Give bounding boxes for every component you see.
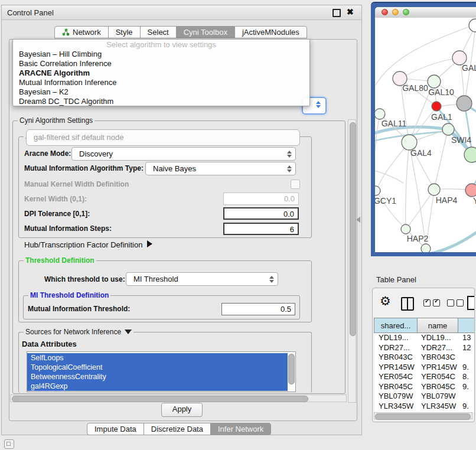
mi-algorithm-type-combobox[interactable]: Naive Bayes (145, 162, 296, 175)
select-all-columns-icon[interactable]: ✓✓ (423, 299, 440, 306)
table-row[interactable]: YBR043CYBR043C (374, 353, 474, 363)
node-label: GAL (462, 63, 476, 73)
table-cell: YER054C (418, 372, 459, 382)
table-row[interactable]: YDR27...YDR27...12 (374, 343, 474, 353)
network-node[interactable] (375, 186, 380, 195)
table-cell: YBL079W (418, 392, 459, 402)
combo-stepper-icon (286, 151, 292, 158)
table-row[interactable]: YLR345WYLR345W9. (374, 402, 474, 412)
table-cell: YDR27... (374, 343, 418, 353)
table-cell (459, 392, 462, 402)
tab-discretize-data[interactable]: Discretize Data (144, 423, 211, 435)
network-selector-combobox[interactable]: gal-filtered sif default node (26, 129, 300, 146)
minimize-traffic-light-icon[interactable] (392, 9, 399, 15)
manual-kernel-width-label: Manual Kernel Width Definition (24, 180, 129, 188)
table-row[interactable]: YER054CYER054C8. (374, 372, 474, 382)
network-edge[interactable] (434, 130, 448, 189)
algorithm-option[interactable]: ARACNE Algorithm (13, 69, 309, 78)
network-edge[interactable] (474, 161, 476, 185)
dpi-tolerance-field[interactable]: 0.0 (223, 207, 299, 220)
list-scrollbar[interactable] (288, 354, 295, 384)
algorithm-popup-list: Bayesian – Hill ClimbingBasic Correlatio… (13, 50, 309, 106)
aracne-mode-combobox[interactable]: Discovery (71, 147, 296, 161)
network-node[interactable] (401, 224, 410, 234)
network-node[interactable] (432, 102, 441, 111)
close-traffic-light-icon[interactable] (382, 9, 388, 15)
algorithm-option[interactable]: Bayesian – K2 (13, 87, 309, 97)
manual-kernel-width-checkbox[interactable] (291, 180, 300, 189)
algorithm-option[interactable]: Mutual Information Inference (13, 78, 309, 87)
splitter-handle-icon[interactable] (356, 217, 360, 223)
mi-steps-field[interactable]: 6 (223, 223, 299, 235)
control-panel-tabs: NetworkStyleSelectCyni ToolboxjActiveMNo… (55, 26, 307, 38)
table-row[interactable]: YPR145WYPR145W9. (374, 363, 474, 373)
table-cell: YER054C (374, 372, 418, 382)
network-node[interactable] (428, 75, 441, 88)
deselect-all-columns-icon[interactable] (447, 299, 464, 306)
which-threshold-combobox[interactable]: MI Threshold (126, 272, 278, 286)
threshold-definition-title: Threshold Definition (24, 256, 96, 265)
data-attribute-item[interactable]: TopologicalCoefficient (27, 363, 288, 372)
close-icon[interactable]: ✖ (347, 7, 354, 17)
zoom-traffic-light-icon[interactable] (403, 9, 409, 15)
tab-label: Select (148, 28, 169, 37)
network-window-titlebar[interactable] (375, 7, 476, 18)
data-attribute-item[interactable]: SelfLoops (27, 353, 288, 363)
tab-jactivemnodules[interactable]: jActiveMNodules (234, 26, 307, 38)
table-horizontal-scrollbar[interactable] (374, 412, 472, 419)
table-row[interactable]: YBR045CYBR045C9. (374, 382, 474, 392)
network-node[interactable] (464, 147, 476, 162)
float-window-icon[interactable] (332, 9, 341, 17)
table-cell: 8. (459, 372, 469, 382)
column-header[interactable]: name (417, 318, 458, 333)
algorithm-option[interactable]: Basic Correlation Inference (13, 59, 309, 69)
tab-impute-data[interactable]: Impute Data (87, 423, 144, 435)
network-node[interactable] (442, 123, 454, 135)
network-node[interactable] (465, 184, 476, 197)
table-row[interactable]: YDL19...YDL19...13 (374, 333, 474, 343)
network-edge[interactable] (400, 58, 459, 79)
apply-button[interactable]: Apply (161, 403, 203, 417)
algorithm-option[interactable]: Dream8 DC_TDC Algorithm (13, 97, 309, 106)
tab-cyni-toolbox[interactable]: Cyni Toolbox (176, 26, 235, 38)
mi-threshold-field[interactable]: 0.5 (221, 303, 295, 315)
tab-network[interactable]: Network (54, 26, 109, 38)
panel-dock-icon[interactable] (4, 439, 14, 449)
gear-icon[interactable]: ⚙ (380, 294, 391, 308)
network-node[interactable] (375, 109, 385, 119)
table-cell: 9. (459, 402, 469, 412)
which-threshold-label: Which threshold to use: (44, 275, 125, 283)
settings-vertical-scrollbar[interactable] (348, 119, 356, 403)
column-header[interactable] (458, 318, 475, 333)
tab-label: Style (116, 28, 133, 37)
combo-stepper-icon (286, 165, 292, 172)
network-node[interactable] (421, 244, 431, 252)
split-columns-icon[interactable] (401, 297, 414, 311)
network-edge[interactable] (375, 170, 403, 183)
settings-horizontal-scrollbar[interactable] (10, 394, 347, 402)
column-header[interactable]: shared... (374, 318, 418, 333)
network-node[interactable] (457, 96, 472, 111)
file-icon[interactable] (467, 296, 475, 310)
network-edge[interactable] (376, 143, 409, 190)
network-edge[interactable] (406, 143, 409, 229)
tab-style[interactable]: Style (108, 26, 141, 38)
tab-select[interactable]: Select (140, 26, 177, 38)
table-cell (459, 353, 462, 363)
node-label: GAL4 (410, 148, 432, 158)
table-cell: YBR043C (418, 353, 459, 363)
data-attribute-item[interactable]: gal4RGexp (27, 381, 288, 391)
data-attribute-item[interactable]: BetweennessCentrality (27, 372, 288, 381)
table-row[interactable]: YBL079WYBL079W (374, 392, 474, 402)
network-canvas[interactable]: GALGAL80GAL10GAL1GAL11SWI4GAL4GCY1HAP4YH… (375, 18, 476, 252)
tab-infer-network[interactable]: Infer Network (210, 423, 271, 435)
data-attributes-list[interactable]: SelfLoopsTopologicalCoefficientBetweenne… (27, 351, 296, 392)
hub-tf-definition-toggle[interactable]: Hub/Transcription Factor Definition (24, 240, 152, 249)
table-cell: YBR045C (418, 382, 459, 392)
tab-label: jActiveMNodules (242, 28, 299, 37)
control-panel-window: Control Panel ✖ NetworkStyleSelectCyni T… (1, 5, 362, 435)
network-node[interactable] (428, 184, 440, 195)
network-node[interactable] (469, 19, 476, 32)
kernel-width-field[interactable]: 0.0 (223, 193, 299, 205)
algorithm-option[interactable]: Bayesian – Hill Climbing (13, 50, 309, 59)
